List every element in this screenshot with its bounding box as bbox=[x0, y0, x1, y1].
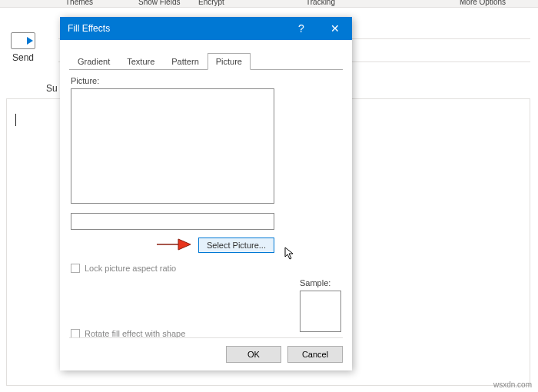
send-icon bbox=[11, 32, 35, 49]
close-button[interactable]: ✕ bbox=[318, 17, 352, 40]
ribbon-group-themes: Themes bbox=[65, 0, 93, 6]
credit-text: wsxdn.com bbox=[493, 380, 532, 389]
tab-pattern[interactable]: Pattern bbox=[163, 53, 207, 70]
lock-aspect-checkbox[interactable] bbox=[71, 264, 80, 273]
help-button[interactable]: ? bbox=[284, 17, 318, 40]
dialog-title: Fill Effects bbox=[68, 23, 284, 34]
picture-path-input[interactable] bbox=[71, 213, 274, 230]
subject-label-truncated: Su bbox=[46, 83, 58, 94]
ok-button[interactable]: OK bbox=[226, 346, 281, 363]
dialog-content: Picture: Select Picture... Lock picture … bbox=[60, 70, 352, 279]
sample-area: Sample: bbox=[300, 278, 341, 332]
sample-label: Sample: bbox=[300, 278, 341, 287]
send-button[interactable]: Send bbox=[6, 32, 40, 63]
sample-preview bbox=[300, 291, 341, 332]
lock-aspect-label: Lock picture aspect ratio bbox=[85, 264, 176, 273]
ribbon-group-showfields: Show Fields bbox=[138, 0, 180, 6]
arrow-indicator-icon bbox=[155, 236, 192, 254]
ribbon-group-moreoptions: More Options bbox=[460, 0, 506, 6]
ribbon-group-encrypt: Encrypt bbox=[198, 0, 224, 6]
tab-texture[interactable]: Texture bbox=[118, 53, 163, 70]
picture-preview bbox=[71, 88, 274, 204]
text-caret bbox=[15, 114, 16, 126]
dialog-titlebar[interactable]: Fill Effects ? ✕ bbox=[60, 17, 352, 40]
lock-aspect-row[interactable]: Lock picture aspect ratio bbox=[71, 264, 341, 273]
dialog-tabs: Gradient Texture Pattern Picture bbox=[69, 52, 343, 69]
fill-effects-dialog: Fill Effects ? ✕ Gradient Texture Patter… bbox=[60, 17, 352, 370]
dialog-buttons: OK Cancel bbox=[69, 337, 343, 363]
tab-gradient[interactable]: Gradient bbox=[69, 53, 118, 70]
picture-label: Picture: bbox=[71, 76, 341, 85]
cancel-button[interactable]: Cancel bbox=[287, 346, 343, 363]
cursor-icon bbox=[284, 247, 295, 263]
ribbon-group-tracking: Tracking bbox=[306, 0, 335, 6]
send-label: Send bbox=[6, 52, 40, 63]
select-picture-button[interactable]: Select Picture... bbox=[198, 238, 274, 253]
tab-picture[interactable]: Picture bbox=[208, 53, 251, 70]
